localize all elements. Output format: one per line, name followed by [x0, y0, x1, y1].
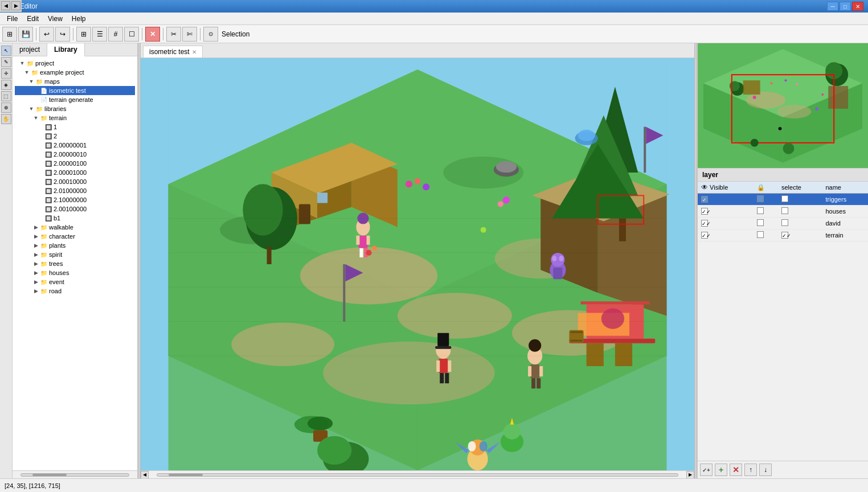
tree-item-t5[interactable]: 🔲 2.00000100 [15, 159, 135, 168]
maximize-button[interactable]: □ [840, 2, 851, 11]
tool-move[interactable]: ✛ [1, 68, 11, 79]
tree-item-t7[interactable]: 🔲 2.00010000 [15, 177, 135, 186]
tree-item-t2[interactable]: 🔲 2 [15, 132, 135, 141]
panel-scrollbar[interactable] [13, 470, 137, 478]
layer-selectable-checkbox[interactable] [781, 219, 788, 226]
toolbar-cut2[interactable]: ✄ [182, 27, 197, 42]
map-canvas[interactable] [141, 58, 694, 470]
tree-item-t1[interactable]: 🔲 1 [15, 122, 135, 132]
tree-item-road[interactable]: ▶ 📁 road [15, 286, 135, 296]
layer-visible-checkbox[interactable]: ✓ [701, 208, 708, 215]
svg-rect-116 [828, 86, 848, 109]
tree-item-t4[interactable]: 🔲 2.00000010 [15, 150, 135, 159]
tab-project[interactable]: project [13, 43, 47, 56]
toolbar-grid[interactable]: ⊞ [76, 27, 91, 42]
map-container[interactable] [141, 58, 694, 470]
tree-item-houses[interactable]: ▶ 📁 houses [15, 268, 135, 277]
layer-visible-checkbox[interactable] [701, 196, 708, 203]
tree-item-isometric-test[interactable]: 📄 isometric test [15, 86, 135, 95]
scrollbar-thumb-h[interactable] [169, 474, 203, 476]
col-selectable: selecte [778, 182, 822, 194]
layer-lock-checkbox[interactable] [757, 219, 764, 226]
layer-selectable-checkbox[interactable] [781, 207, 788, 214]
tree-item-t10[interactable]: 🔲 2.00100000 [15, 204, 135, 214]
layer-visible-cell: ✓ [698, 218, 754, 229]
svg-point-83 [496, 161, 517, 173]
tool-fill[interactable]: ◈ [1, 80, 11, 90]
svg-rect-58 [528, 366, 531, 376]
tree-item-label: plants [49, 242, 65, 249]
layer-row-houses[interactable]: ✓ houses [698, 206, 868, 218]
toolbar-square[interactable]: ☐ [124, 27, 139, 42]
map-tab-isometric[interactable]: isometric test ✕ [143, 46, 203, 58]
toolbar-redo[interactable]: ↪ [55, 27, 70, 42]
expander-icon [38, 142, 43, 148]
map-tab-close[interactable]: ✕ [192, 49, 196, 55]
tool-zoom[interactable]: ⊕ [1, 102, 11, 113]
layer-visible-checkbox[interactable]: ✓ [701, 220, 708, 227]
tree-item-trees[interactable]: ▶ 📁 trees [15, 259, 135, 268]
layer-visible-checkbox[interactable]: ✓ [701, 232, 708, 239]
tool-select[interactable]: ↖ [1, 46, 11, 56]
tree-item-example-project[interactable]: ▼ 📁 example project [15, 68, 135, 77]
minimize-button[interactable]: ─ [827, 2, 838, 11]
tree-item-character[interactable]: ▶ 📁 character [15, 232, 135, 241]
layer-lock-checkbox[interactable] [757, 195, 764, 202]
toolbar-undo[interactable]: ↩ [39, 27, 54, 42]
svg-rect-20 [317, 192, 327, 203]
scroll-left-btn[interactable]: ◀ [141, 471, 149, 479]
layer-delete-btn[interactable]: ✕ [730, 464, 742, 476]
nav-arrow-right[interactable]: ▶ [11, 1, 21, 10]
layer-row-david[interactable]: ✓ david [698, 218, 868, 229]
tree-item-plants[interactable]: ▶ 📁 plants [15, 241, 135, 250]
tree-item-b1[interactable]: 🔲 b1 [15, 214, 135, 223]
tool-hand[interactable]: ✋ [1, 114, 11, 124]
toolbar-new-map[interactable]: ⊞ [2, 27, 17, 42]
toolbar-cut1[interactable]: ✂ [166, 27, 181, 42]
tree-item-t8[interactable]: 🔲 2.01000000 [15, 186, 135, 195]
layer-move-up-btn[interactable]: ↑ [744, 464, 757, 476]
map-scrollbar-horizontal[interactable]: ◀ ▶ [141, 470, 694, 478]
toolbar-delete[interactable]: ✕ [145, 27, 160, 42]
scroll-right-btn[interactable]: ▶ [686, 471, 694, 479]
menu-file[interactable]: File [2, 14, 22, 24]
layer-move-down-btn[interactable]: ↓ [759, 464, 772, 476]
tool-eraser[interactable]: ⬚ [1, 91, 11, 101]
layer-add-btn[interactable]: + [715, 464, 727, 476]
svg-rect-49 [435, 346, 451, 349]
tree-item-t3[interactable]: 🔲 2.00000001 [15, 141, 135, 150]
layer-selectable-checkbox[interactable] [781, 195, 788, 202]
tree-item-terrain-generate[interactable]: 📄 terrain generate [15, 95, 135, 104]
tree-item-terrain[interactable]: ▼ 📁 terrain [15, 113, 135, 122]
tool-pencil[interactable]: ✎ [1, 57, 11, 67]
nav-arrow-left[interactable]: ◀ [1, 1, 10, 10]
toolbar-mode-icon[interactable]: ⊙ [203, 27, 218, 42]
menu-help[interactable]: Help [67, 14, 91, 24]
tree-item-t6[interactable]: 🔲 2.00001000 [15, 168, 135, 177]
toolbar-list[interactable]: ☰ [92, 27, 107, 42]
panel-scrollbar-thumb[interactable] [32, 474, 67, 476]
panel-scrollbar-track[interactable] [21, 473, 129, 477]
layer-row-triggers[interactable]: triggers [698, 194, 868, 206]
layer-add-checked-btn[interactable]: ✓+ [700, 464, 713, 476]
scrollbar-track-h[interactable] [157, 473, 678, 477]
svg-rect-31 [343, 264, 345, 322]
layer-row-terrain[interactable]: ✓ ✓ terrain [698, 229, 868, 241]
left-tools: ↖ ✎ ✛ ◈ ⬚ ⊕ ✋ [0, 43, 13, 478]
toolbar-save[interactable]: 💾 [18, 27, 33, 42]
layer-lock-checkbox[interactable] [757, 207, 764, 214]
menu-edit[interactable]: Edit [22, 14, 43, 24]
svg-rect-57 [530, 364, 539, 378]
toolbar-hash[interactable]: # [108, 27, 123, 42]
tree-item-spirit[interactable]: ▶ 📁 spirit [15, 250, 135, 259]
layer-selectable-checkbox[interactable]: ✓ [781, 232, 788, 239]
tab-library[interactable]: Library [47, 43, 85, 56]
layer-lock-checkbox[interactable] [757, 231, 764, 238]
menu-view[interactable]: View [43, 14, 67, 24]
tree-item-t9[interactable]: 🔲 2.10000000 [15, 195, 135, 204]
tree-item-maps[interactable]: ▼ 📁 maps [15, 77, 135, 86]
tree-item-walkable[interactable]: ▶ 📁 walkable [15, 223, 135, 232]
tree-item-event[interactable]: ▶ 📁 event [15, 277, 135, 286]
close-button[interactable]: ✕ [852, 2, 863, 11]
tree-item-libraries[interactable]: ▼ 📁 libraries [15, 104, 135, 113]
